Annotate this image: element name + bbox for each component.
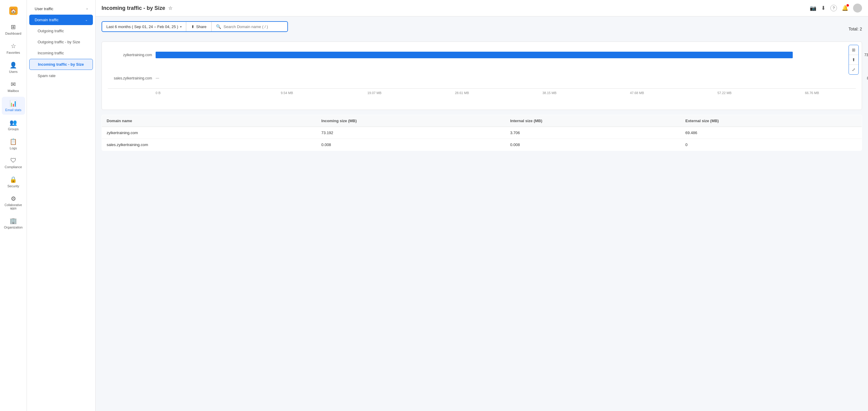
sub-sidebar-incoming-traffic-by-size[interactable]: Incoming traffic - by Size [29, 59, 93, 70]
date-range-label: Last 6 months ( Sep 01, 24 – Feb 04, 25 … [106, 25, 178, 29]
security-icon: 🔒 [9, 176, 17, 183]
cell-internal-2: 0.008 [505, 139, 681, 151]
organization-icon: 🏢 [9, 217, 17, 224]
help-icon[interactable]: ? [830, 5, 837, 11]
bar-chart: zylkertraining.com 73.19 MB sales.zylker… [108, 48, 856, 104]
col-header-external: External size (MB) [680, 115, 862, 127]
col-header-incoming: Incoming size (MB) [317, 115, 505, 127]
sidebar-item-dashboard[interactable]: ⊞ Dashboard [2, 20, 25, 38]
sub-sidebar-spam-rate[interactable]: Spam rate [29, 70, 93, 81]
total-count: Total: 2 [848, 27, 862, 31]
download-icon[interactable]: ⬇ [821, 5, 826, 11]
chart-panel: ⊞ ⬆ ⤢ zylkertraining.com 73.19 MB sales.… [101, 41, 862, 110]
filter-row: Last 6 months ( Sep 01, 24 – Feb 04, 25 … [101, 21, 862, 37]
incoming-traffic-label: Incoming traffic [38, 51, 64, 55]
avatar[interactable] [853, 4, 862, 12]
sub-sidebar-outgoing-traffic[interactable]: Outgoing traffic [29, 26, 93, 36]
page-title: Incoming traffic - by Size [101, 5, 165, 11]
bar-container-1: 73.19 MB [156, 51, 856, 59]
sidebar-item-favorites[interactable]: ☆ Favorites [2, 39, 25, 57]
sidebar-label-logs: Logs [10, 146, 17, 150]
sub-sidebar-incoming-traffic[interactable]: Incoming traffic [29, 48, 93, 58]
sidebar: 🏠 ⊞ Dashboard ☆ Favorites 👤 Users ✉ Mail… [0, 0, 27, 411]
bar-container-2: 8.21 KB [156, 74, 856, 83]
notifications-icon[interactable]: 🔔 [842, 5, 848, 11]
user-traffic-label: User traffic [35, 7, 54, 11]
bar-row-2: sales.zylkertraining.com 8.21 KB [108, 74, 856, 83]
sidebar-label-organization: Organization [4, 225, 22, 229]
search-input[interactable] [223, 25, 283, 29]
col-header-internal: Internal size (MB) [505, 115, 681, 127]
incoming-traffic-by-size-label: Incoming traffic - by Size [38, 62, 84, 67]
logs-icon: 📋 [9, 138, 17, 145]
logo-icon: 🏠 [9, 7, 18, 15]
search-area: 🔍 [212, 22, 287, 31]
filter-bar: Last 6 months ( Sep 01, 24 – Feb 04, 25 … [101, 21, 288, 32]
outgoing-traffic-label: Outgoing traffic [38, 29, 64, 33]
x-tick-3: 28.61 MB [418, 91, 506, 95]
bar-fill-2 [156, 78, 159, 78]
sidebar-item-users[interactable]: 👤 Users [2, 59, 25, 76]
x-tick-2: 19.07 MB [331, 91, 418, 95]
sidebar-label-dashboard: Dashboard [5, 32, 22, 35]
cell-external-1: 69.486 [680, 127, 862, 139]
cell-domain-2: sales.zylkertraining.com [102, 139, 317, 151]
share-icon: ⬆ [191, 25, 194, 29]
content-area: Last 6 months ( Sep 01, 24 – Feb 04, 25 … [96, 17, 868, 411]
share-label: Share [196, 25, 207, 29]
bar-label-2: sales.zylkertraining.com [108, 76, 156, 81]
email-stats-icon: 📊 [9, 100, 17, 107]
share-button[interactable]: ⬆ Share [186, 22, 212, 31]
search-icon: 🔍 [216, 24, 221, 29]
sidebar-item-security[interactable]: 🔒 Security [2, 173, 25, 191]
sub-sidebar-domain-traffic[interactable]: Domain traffic ⌄ [29, 14, 93, 25]
dashboard-icon: ⊞ [11, 23, 16, 30]
sidebar-label-users: Users [9, 70, 18, 73]
sidebar-item-email-stats[interactable]: 📊 Email stats [2, 97, 25, 115]
sidebar-item-mailbox[interactable]: ✉ Mailbox [2, 78, 25, 96]
x-tick-5: 47.68 MB [593, 91, 681, 95]
camera-icon[interactable]: 📷 [810, 5, 816, 11]
top-bar: Incoming traffic - by Size ☆ 📷 ⬇ ? 🔔 [96, 0, 868, 17]
favorite-star-icon[interactable]: ☆ [168, 5, 172, 11]
x-tick-1: 9.54 MB [243, 91, 331, 95]
app-logo: 🏠 [0, 3, 27, 20]
outgoing-traffic-by-size-label: Outgoing traffic - by Size [38, 40, 80, 44]
mailbox-icon: ✉ [11, 81, 16, 88]
cell-domain-1: zylkertraining.com [102, 127, 317, 139]
table-header-row: Domain name Incoming size (MB) Internal … [102, 115, 862, 127]
sidebar-item-groups[interactable]: 👥 Groups [2, 116, 25, 134]
collaborative-apps-icon: ⚙ [11, 195, 16, 202]
sidebar-item-compliance[interactable]: 🛡 Compliance [2, 154, 25, 172]
sidebar-label-security: Security [7, 184, 20, 188]
favorites-icon: ☆ [11, 42, 16, 50]
sub-sidebar-user-traffic[interactable]: User traffic › [29, 4, 93, 14]
cell-incoming-1: 73.192 [317, 127, 505, 139]
chevron-down-icon: ⌄ [85, 18, 88, 22]
x-tick-6: 57.22 MB [681, 91, 768, 95]
sidebar-item-collaborative-apps[interactable]: ⚙ Collaborative apps [2, 192, 25, 213]
col-header-domain: Domain name [102, 115, 317, 127]
sub-sidebar-outgoing-traffic-by-size[interactable]: Outgoing traffic - by Size [29, 37, 93, 47]
table-row: sales.zylkertraining.com 0.008 0.008 0 [102, 139, 862, 151]
cell-external-2: 0 [680, 139, 862, 151]
spam-rate-label: Spam rate [38, 73, 56, 78]
dropdown-chevron-icon: ▾ [180, 25, 182, 28]
page-title-area: Incoming traffic - by Size ☆ [101, 5, 172, 11]
users-icon: 👤 [9, 62, 17, 69]
data-table: Domain name Incoming size (MB) Internal … [101, 115, 862, 151]
bar-row: zylkertraining.com 73.19 MB [108, 51, 856, 59]
bar-value-2: 8.21 KB [867, 76, 868, 81]
x-axis: 0 B 9.54 MB 19.07 MB 28.61 MB 38.15 MB 4… [108, 88, 856, 95]
sub-sidebar: User traffic › Domain traffic ⌄ Outgoing… [27, 0, 96, 411]
date-range-dropdown[interactable]: Last 6 months ( Sep 01, 24 – Feb 04, 25 … [102, 22, 186, 31]
top-bar-actions: 📷 ⬇ ? 🔔 [810, 4, 862, 12]
sidebar-label-groups: Groups [8, 127, 19, 131]
main-content: Incoming traffic - by Size ☆ 📷 ⬇ ? 🔔 Las… [96, 0, 868, 411]
sidebar-item-logs[interactable]: 📋 Logs [2, 135, 25, 153]
x-tick-7: 66.76 MB [768, 91, 856, 95]
sidebar-item-organization[interactable]: 🏢 Organization [2, 214, 25, 232]
table-row: zylkertraining.com 73.192 3.706 69.486 [102, 127, 862, 139]
bar-label-1: zylkertraining.com [108, 53, 156, 57]
chevron-right-icon: › [87, 7, 88, 10]
